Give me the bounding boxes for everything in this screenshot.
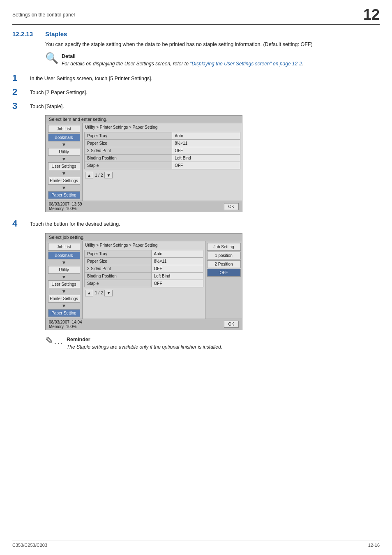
table-row: Paper Size 8½×11 <box>85 140 240 147</box>
table-row: Paper Tray Auto <box>85 132 240 140</box>
table-cell-label: Binding Position <box>85 272 152 280</box>
table-cell-value[interactable]: Left Bind <box>172 155 240 162</box>
panel2-next-btn[interactable]: ▼ <box>104 290 113 296</box>
panel2-main: Utility > Printer Settings > Paper Setti… <box>83 241 205 319</box>
panel2-btn-2position[interactable]: 2 Position <box>207 260 241 268</box>
panel2-btn-jobsetting[interactable]: Job Setting <box>207 243 241 251</box>
table-cell-label: 2-Sided Print <box>85 265 152 272</box>
table-cell-value[interactable]: Auto <box>151 250 203 257</box>
panel1-ok-button[interactable]: OK <box>224 203 239 210</box>
panel1-arrow-4: ▼ <box>62 185 67 190</box>
panel1-btn-papersetting[interactable]: Paper Setting <box>48 191 80 199</box>
page-footer: C353/C253/C203 12-16 <box>12 541 380 548</box>
panel1-arrow-1: ▼ <box>62 142 67 147</box>
panel1-btn-usersettings[interactable]: User Settings <box>48 162 80 170</box>
table-row: Binding Position Left Bind <box>85 155 240 162</box>
panel1-next-btn[interactable]: ▼ <box>104 172 113 178</box>
panel1-btn-bookmark[interactable]: Bookmark <box>48 134 80 141</box>
table-cell-label: Staple <box>85 162 172 169</box>
panel2-status-bar: 08/03/2007 14:04 Memory 100% OK <box>46 319 242 330</box>
table-cell-value[interactable]: OFF <box>151 265 203 272</box>
panel2-status-memory: Memory 100% <box>49 324 82 329</box>
panel2-wrapper: Select job setting. Job List Bookmark ▼ … <box>45 233 380 330</box>
reminder-box: ✎… Reminder The Staple settings are avai… <box>45 337 380 351</box>
table-cell-label: Paper Tray <box>85 250 152 257</box>
panel2-status-datetime: 08/03/2007 14:04 <box>49 320 82 324</box>
table-cell-value[interactable]: 8½×11 <box>172 140 240 147</box>
panel2-table: Paper Tray Auto Paper Size 8½×11 2-Sided… <box>84 250 203 287</box>
panel2-pagination: ▲ 1 / 2 ▼ <box>84 290 203 296</box>
section-title: Staples <box>45 30 67 37</box>
panel1-btn-joblist[interactable]: Job List <box>48 125 80 133</box>
panel2-ok-button[interactable]: OK <box>224 321 239 328</box>
panel1-wrapper: Select item and enter setting. Job List … <box>45 115 380 212</box>
panel2-btn-printersettings[interactable]: Printer Settings <box>48 295 80 303</box>
panel1-btn-printersettings[interactable]: Printer Settings <box>48 177 80 185</box>
panel1-btn-utility[interactable]: Utility <box>48 148 80 156</box>
panel2-btn-joblist[interactable]: Job List <box>48 243 80 251</box>
detail-icon: 🔍 <box>45 53 58 63</box>
panel1-prev-btn[interactable]: ▲ <box>85 172 93 178</box>
reminder-content: Reminder The Staple settings are availab… <box>67 337 222 351</box>
table-cell-value[interactable]: OFF <box>151 280 203 287</box>
panel2-status-left: 08/03/2007 14:04 Memory 100% <box>49 320 82 329</box>
panel2: Select job setting. Job List Bookmark ▼ … <box>45 233 242 330</box>
panel2-btn-1position[interactable]: 1 position <box>207 252 241 259</box>
panel2-btn-utility[interactable]: Utility <box>48 266 80 274</box>
table-cell-label: Staple <box>85 280 152 287</box>
step-number-4: 4 <box>12 219 27 229</box>
header-bar: Settings on the control panel 12 <box>12 7 380 25</box>
table-row: Paper Size 8½×11 <box>85 257 203 265</box>
panel1-breadcrumb: Utility > Printer Settings > Paper Setti… <box>84 125 240 130</box>
step-2: 2 Touch [2 Paper Settings]. <box>12 87 380 97</box>
panel2-right-panel: Job Setting 1 position 2 Position OFF <box>205 241 242 319</box>
detail-text-prefix: For details on displaying the User Setti… <box>62 61 190 67</box>
table-row: Staple OFF <box>85 162 240 169</box>
reminder-label: Reminder <box>67 337 222 342</box>
panel1-status-bar: 08/03/2007 13:59 Memory 100% OK <box>46 201 242 212</box>
table-row: 2-Sided Print OFF <box>85 265 203 272</box>
section-heading: 12.2.13 Staples <box>12 30 380 37</box>
step-text-1: In the User Settings screen, touch [5 Pr… <box>30 73 152 83</box>
panel2-btn-usersettings[interactable]: User Settings <box>48 280 80 288</box>
footer-page: 12-16 <box>368 543 380 548</box>
step-number-2: 2 <box>12 87 27 97</box>
panel2-sidebar: Job List Bookmark ▼ Utility ▼ User Setti… <box>46 241 83 319</box>
table-cell-value[interactable]: OFF <box>172 162 240 169</box>
panel2-btn-bookmark[interactable]: Bookmark <box>48 252 80 259</box>
footer-model: C353/C253/C203 <box>12 543 47 548</box>
panel1-page-text: 1 / 2 <box>95 173 103 178</box>
panel2-arrow-1: ▼ <box>62 260 67 265</box>
table-cell-label: Binding Position <box>85 155 172 162</box>
panel2-body: Job List Bookmark ▼ Utility ▼ User Setti… <box>46 241 242 319</box>
chapter-number: 12 <box>363 7 380 22</box>
panel2-btn-off[interactable]: OFF <box>207 269 241 277</box>
section-number: 12.2.13 <box>12 30 41 37</box>
panel2-arrow-2: ▼ <box>62 275 67 280</box>
step-1: 1 In the User Settings screen, touch [5 … <box>12 73 380 83</box>
panel1-status-memory: Memory 100% <box>49 206 82 211</box>
panel2-prev-btn[interactable]: ▲ <box>85 290 93 296</box>
panel2-btn-papersetting[interactable]: Paper Setting <box>48 309 80 317</box>
detail-label: Detail <box>62 53 380 59</box>
detail-box: 🔍 Detail For details on displaying the U… <box>45 53 380 67</box>
table-cell-value[interactable]: Auto <box>172 132 240 140</box>
table-cell-value[interactable]: 8½×11 <box>151 257 203 265</box>
panel1-arrow-2: ▼ <box>62 157 67 162</box>
panel1-pagination: ▲ 1 / 2 ▼ <box>84 172 240 178</box>
panel2-page-text: 1 / 2 <box>95 291 103 295</box>
detail-link[interactable]: "Displaying the User Settings screen" on… <box>190 61 302 67</box>
panel2-arrow-3: ▼ <box>62 289 67 294</box>
body-text: You can specify the staple setting when … <box>45 41 380 49</box>
table-cell-label: 2-Sided Print <box>85 147 172 155</box>
step-4: 4 Touch the button for the desired setti… <box>12 219 380 229</box>
table-cell-value[interactable]: Left Bind <box>151 272 203 280</box>
step-number-1: 1 <box>12 73 27 83</box>
step-text-2: Touch [2 Paper Settings]. <box>30 87 88 97</box>
panel2-breadcrumb: Utility > Printer Settings > Paper Setti… <box>84 243 203 247</box>
table-cell-value[interactable]: OFF <box>172 147 240 155</box>
reminder-text: The Staple settings are available only i… <box>67 343 222 351</box>
panel1-status-datetime: 08/03/2007 13:59 <box>49 202 82 206</box>
table-row: Staple OFF <box>85 280 203 287</box>
table-cell-label: Paper Tray <box>85 132 172 140</box>
